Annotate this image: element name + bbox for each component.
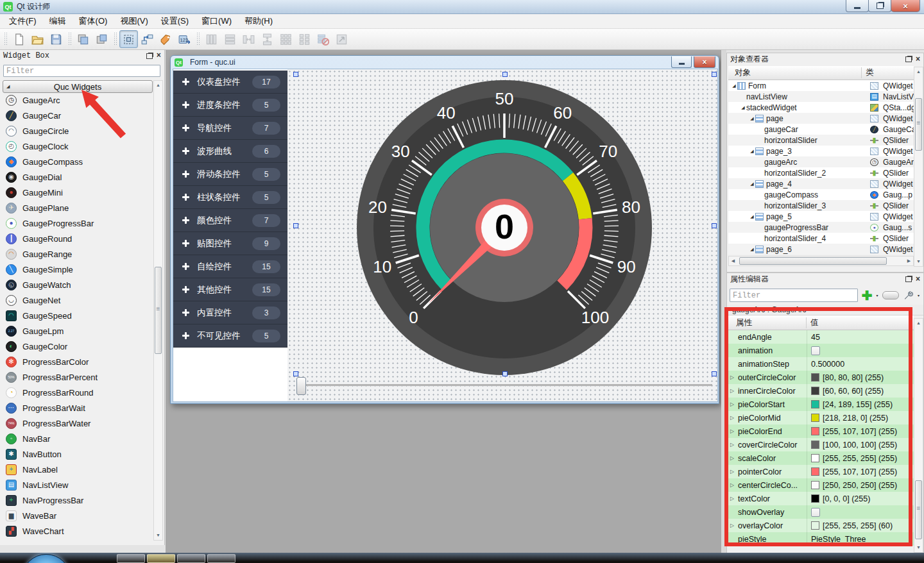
window-tile-button[interactable]	[92, 30, 111, 48]
column-object[interactable]: 对象	[728, 67, 862, 78]
save-button[interactable]	[47, 30, 65, 48]
selection-handle[interactable]	[502, 72, 508, 77]
scroll-left-icon[interactable]: ◀	[729, 256, 737, 265]
adjust-size-button[interactable]	[332, 30, 351, 48]
object-row-stackedWidget[interactable]: ◢stackedWidgetQSta...dg	[728, 102, 914, 113]
object-row-page_6[interactable]: ◢page_6QWidget	[728, 244, 914, 255]
object-row-horizontalSlider[interactable]: horizontalSlider▮QSlider	[728, 135, 914, 146]
scroll-up-icon[interactable]: ▲	[154, 81, 162, 90]
object-row-gaugeCar[interactable]: gaugeCar╱GaugeCar	[728, 124, 914, 135]
object-row-gaugeArc[interactable]: gaugeArc◷GaugeArc	[728, 156, 914, 167]
selection-handle[interactable]	[293, 371, 298, 376]
remove-property-button[interactable]	[882, 291, 899, 299]
dropdown-icon[interactable]: ▾	[918, 293, 920, 298]
taskbar-button[interactable]	[117, 554, 145, 563]
object-row-page[interactable]: ◢pageQWidget	[728, 113, 914, 124]
edit-buddies-button[interactable]	[157, 30, 175, 48]
nav-item[interactable]: 颜色控件7	[173, 209, 287, 232]
window-cascade-button[interactable]	[74, 30, 92, 48]
property-row-coverCircleColor[interactable]: ▷coverCircleColor[100, 100, 100] (255)	[727, 438, 914, 451]
splitter-vertical-button[interactable]	[258, 30, 277, 48]
property-row-animation[interactable]: animation	[727, 344, 914, 357]
expander-icon[interactable]: ▷	[730, 496, 737, 501]
widget-item-navbar[interactable]: ◦NavBar	[0, 431, 153, 446]
widget-item-progressbarcolor[interactable]: ✻ProgressBarColor	[0, 354, 153, 369]
nav-item[interactable]: 不可见控件5	[173, 324, 287, 348]
expander-icon[interactable]: ◢	[749, 247, 755, 252]
gauge-arc-dial[interactable]: 01020304050607080901000	[295, 74, 714, 375]
object-row-horizontalSlider_3[interactable]: horizontalSlider_3▮QSlider	[728, 200, 914, 211]
property-row-innerCircleColor[interactable]: ▷innerCircleColor[60, 60, 60] (255)	[727, 384, 914, 398]
object-row-navListView[interactable]: navListView▤NavListView	[728, 91, 914, 102]
layout-vertical-button[interactable]	[202, 30, 221, 48]
expander-icon[interactable]: ▷	[730, 388, 737, 394]
selection-handle[interactable]	[293, 72, 298, 77]
prop-vscrollbar[interactable]: ▲ ▼	[914, 318, 923, 553]
widget-item-gaugeprogressbar[interactable]: ●GaugeProgressBar	[0, 215, 153, 231]
object-inspector-header[interactable]: 对象 类	[728, 66, 914, 80]
form-close-button[interactable]: ×	[694, 56, 715, 68]
scrollbar-thumb[interactable]	[155, 267, 162, 354]
expander-icon[interactable]: ▷	[730, 442, 737, 448]
dock-float-icon[interactable]	[905, 276, 912, 282]
add-property-button[interactable]: ✚	[862, 289, 873, 302]
widget-box-scrollbar[interactable]: ▲ ▼	[153, 80, 163, 541]
category-quc-widgets[interactable]: Quc Widgets	[3, 80, 153, 93]
taskbar-button[interactable]	[207, 554, 235, 563]
layout-horizontal-button[interactable]	[221, 30, 239, 48]
selection-handle[interactable]	[712, 72, 717, 77]
nav-item[interactable]: 滑动条控件5	[173, 163, 287, 186]
form-minimize-button[interactable]	[671, 56, 692, 68]
expander-icon[interactable]: ◢	[740, 105, 746, 110]
dock-close-icon[interactable]: ×	[916, 275, 920, 283]
dock-float-icon[interactable]	[146, 53, 153, 59]
restore-button[interactable]	[868, 0, 891, 12]
selection-handle[interactable]	[712, 223, 717, 228]
nav-item[interactable]: 贴图控件9	[173, 232, 287, 255]
dock-close-icon[interactable]: ×	[916, 55, 920, 63]
expander-icon[interactable]: ◢	[749, 214, 755, 219]
widget-item-navlabel[interactable]: +NavLabel	[0, 462, 153, 477]
edit-widgets-button[interactable]	[119, 30, 138, 48]
edit-tab-order-button[interactable]: 123	[175, 30, 194, 48]
object-row-page_5[interactable]: ◢page_5QWidget	[728, 211, 914, 222]
widget-item-gaugecircle[interactable]: ◠GaugeCircle	[0, 123, 153, 139]
edit-signals-slots-button[interactable]	[138, 30, 157, 48]
scroll-down-icon[interactable]: ▼	[914, 257, 923, 266]
widget-item-gaugecar[interactable]: ╱GaugeCar	[0, 108, 153, 123]
object-row-Form[interactable]: ◢FormQWidget	[728, 80, 914, 91]
nav-item[interactable]: 导航控件7	[173, 117, 287, 140]
slider-handle[interactable]	[296, 377, 306, 395]
widget-item-gaugeplane[interactable]: ✈GaugePlane	[0, 200, 153, 215]
property-row-textColor[interactable]: ▷textColor[0, 0, 0] (255)	[727, 492, 914, 505]
taskbar-button[interactable]	[177, 554, 205, 563]
taskbar-button[interactable]	[147, 554, 175, 563]
oi-hscrollbar[interactable]: ◀ ▶	[728, 256, 914, 266]
selection-handle[interactable]	[502, 371, 508, 376]
widget-item-gaugeclock[interactable]: ◴GaugeClock	[0, 139, 153, 154]
column-property[interactable]: 属性	[727, 317, 807, 328]
nav-item[interactable]: 进度条控件5	[173, 94, 287, 117]
object-row-horizontalSlider_4[interactable]: horizontalSlider_4▮QSlider	[728, 233, 914, 244]
object-row-gaugeProgressBar[interactable]: gaugeProgressBar●Gaug...s	[728, 222, 914, 233]
widget-item-progressbarwater[interactable]: 74%ProgressBarWater	[0, 416, 153, 431]
property-row-scaleColor[interactable]: ▷scaleColor[255, 255, 255] (255)	[727, 451, 914, 465]
slider-groove[interactable]	[296, 384, 712, 386]
widget-item-navbutton[interactable]: ✱NavButton	[0, 446, 153, 462]
property-row-pieColorStart[interactable]: ▷pieColorStart[24, 189, 155] (255)	[727, 398, 914, 411]
toolbar-handle-icon[interactable]	[114, 32, 117, 46]
expander-icon[interactable]: ◢	[749, 181, 755, 187]
layout-form-button[interactable]	[295, 30, 314, 48]
widget-item-wavechart[interactable]: ▞WaveChart	[0, 523, 153, 539]
property-row-pointerColor[interactable]: ▷pointerColor[255, 107, 107] (255)	[727, 465, 914, 478]
property-row-endAngle[interactable]: endAngle45	[727, 330, 914, 344]
expander-icon[interactable]: ▷	[730, 455, 737, 461]
menu-item[interactable]: 设置(S)	[155, 13, 195, 29]
expander-icon[interactable]: ▷	[730, 374, 737, 380]
property-row-outerCircleColor[interactable]: ▷outerCircleColor[80, 80, 80] (255)	[727, 371, 914, 384]
open-file-button[interactable]	[28, 30, 47, 48]
property-row-pieStyle[interactable]: pieStylePieStyle_Three	[727, 532, 914, 546]
expander-icon[interactable]: ◢	[749, 149, 755, 154]
layout-grid-button[interactable]	[277, 30, 295, 48]
widget-item-gaugecompass[interactable]: ◆GaugeCompass	[0, 154, 153, 169]
